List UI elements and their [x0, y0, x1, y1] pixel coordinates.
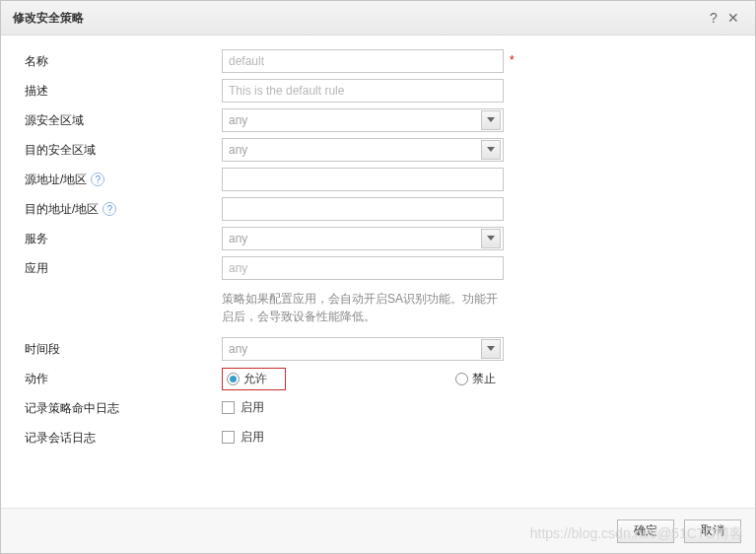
action-allow-highlight: 允许 — [222, 368, 286, 390]
action-label: 动作 — [25, 371, 222, 387]
dialog-footer: 确定 取消 — [1, 508, 755, 553]
desc-input[interactable] — [222, 79, 504, 103]
dst-addr-input[interactable] — [222, 197, 504, 221]
dst-zone-combo[interactable]: any — [222, 138, 504, 162]
action-deny-radio[interactable]: 禁止 — [455, 371, 496, 387]
chevron-down-icon — [481, 140, 501, 160]
service-value: any — [229, 232, 247, 245]
dialog-title: 修改安全策略 — [13, 10, 704, 27]
service-label: 服务 — [25, 231, 222, 247]
dialog: 修改安全策略 ? ✕ 名称 * 描述 源安全区域 any — [0, 0, 756, 554]
ok-button[interactable]: 确定 — [617, 519, 674, 543]
desc-label: 描述 — [25, 83, 222, 100]
src-zone-combo[interactable]: any — [222, 108, 504, 132]
app-label: 应用 — [25, 260, 222, 277]
time-value: any — [229, 342, 247, 356]
radio-icon — [227, 373, 240, 385]
checkbox-icon — [222, 431, 235, 444]
chevron-down-icon — [481, 110, 501, 130]
time-label: 时间段 — [25, 341, 222, 358]
log-hit-label: 记录策略命中日志 — [25, 400, 222, 417]
log-hit-option: 启用 — [241, 399, 264, 416]
src-zone-label: 源安全区域 — [25, 112, 222, 129]
name-label: 名称 — [25, 53, 222, 70]
src-zone-value: any — [229, 113, 247, 127]
help-icon[interactable]: ? — [103, 202, 116, 216]
app-tip: 策略如果配置应用，会自动开启SA识别功能。功能开启后，会导致设备性能降低。 — [222, 286, 504, 331]
service-combo[interactable]: any — [222, 227, 504, 250]
src-addr-input[interactable] — [222, 168, 504, 191]
title-bar: 修改安全策略 ? ✕ — [1, 1, 755, 35]
checkbox-icon — [222, 401, 235, 414]
app-input[interactable] — [222, 256, 504, 280]
action-allow-radio[interactable]: 允许 — [227, 371, 267, 387]
help-icon[interactable]: ? — [704, 10, 723, 26]
log-sess-option: 启用 — [241, 429, 264, 446]
chevron-down-icon — [481, 229, 501, 248]
dialog-body: 名称 * 描述 源安全区域 any 目的安全区域 — [1, 35, 755, 508]
dst-zone-value: any — [229, 143, 247, 157]
cancel-button[interactable]: 取消 — [684, 519, 741, 543]
close-icon[interactable]: ✕ — [723, 10, 743, 26]
log-hit-checkbox[interactable]: 启用 — [222, 399, 264, 416]
src-addr-label: 源地址/地区 ? — [25, 172, 222, 188]
log-sess-label: 记录会话日志 — [25, 430, 222, 447]
time-combo[interactable]: any — [222, 337, 504, 361]
dst-zone-label: 目的安全区域 — [25, 142, 222, 159]
log-sess-checkbox[interactable]: 启用 — [222, 429, 264, 446]
name-input[interactable] — [222, 49, 504, 73]
action-deny-label: 禁止 — [472, 371, 496, 387]
action-allow-label: 允许 — [243, 371, 267, 387]
chevron-down-icon — [481, 339, 501, 359]
radio-icon — [455, 373, 468, 385]
required-marker: * — [510, 49, 515, 67]
dst-addr-label: 目的地址/地区 ? — [25, 201, 222, 218]
help-icon[interactable]: ? — [91, 173, 104, 186]
